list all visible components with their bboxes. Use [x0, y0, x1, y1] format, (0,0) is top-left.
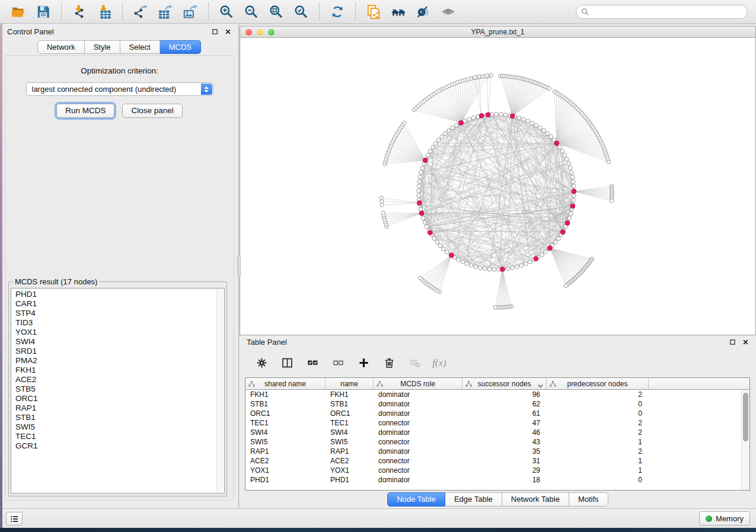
save-session-icon[interactable] — [33, 2, 54, 21]
export-network-icon[interactable] — [130, 2, 151, 21]
toolbar-separator — [61, 3, 62, 21]
result-node[interactable]: STB5 — [15, 384, 224, 394]
column-header-MCDS-role[interactable]: MCDS role — [374, 378, 462, 389]
table-cell: dominator — [374, 390, 462, 399]
tab-network[interactable]: Network — [37, 40, 85, 54]
table-cell: 61 — [462, 409, 547, 418]
column-type-icon — [377, 380, 383, 387]
toggle-preview-icon[interactable] — [438, 2, 459, 21]
network-view-titlebar[interactable]: YPA_prune.txt_1 — [240, 27, 755, 38]
result-node[interactable]: CAR1 — [15, 299, 224, 309]
network-from-file-icon[interactable] — [363, 2, 384, 21]
tab-node-table[interactable]: Node Table — [387, 492, 445, 507]
memory-button[interactable]: Memory — [699, 511, 750, 525]
splitpane-grip[interactable] — [237, 255, 241, 276]
table-cell: 62 — [462, 400, 547, 408]
search-field[interactable] — [576, 5, 748, 19]
select-all-icon[interactable] — [305, 355, 320, 371]
table-row[interactable]: RAP1RAP1dominator352 — [245, 447, 749, 456]
result-node[interactable]: RAP1 — [15, 403, 224, 413]
zoom-out-icon[interactable] — [241, 2, 262, 21]
result-node[interactable]: YOX1 — [15, 328, 224, 337]
search-input[interactable] — [589, 7, 747, 17]
add-row-icon[interactable] — [356, 355, 371, 371]
table-row[interactable]: SWI4SWI4dominator462 — [245, 428, 749, 437]
window-maximize-icon[interactable] — [268, 29, 275, 36]
table-panel: Table Panel f(x) shared namenameMCDS rol… — [240, 335, 756, 508]
table-row[interactable]: PHD1PHD1dominator180 — [245, 475, 749, 485]
network-canvas[interactable] — [240, 38, 755, 335]
network-graph[interactable] — [240, 38, 755, 335]
tab-edge-table[interactable]: Edge Table — [445, 492, 502, 507]
zoom-in-icon[interactable] — [216, 2, 237, 21]
table-cell: ACE2 — [326, 457, 374, 465]
tab-motifs[interactable]: Motifs — [569, 492, 608, 507]
close-panel-icon[interactable] — [225, 28, 231, 35]
import-network-icon[interactable] — [69, 2, 90, 21]
table-panel-title: Table Panel — [247, 338, 287, 347]
memory-status-icon — [706, 515, 712, 522]
result-node[interactable]: ACE2 — [15, 375, 224, 384]
table-cell: dominator — [374, 400, 462, 408]
import-table-icon[interactable] — [94, 2, 115, 21]
result-node[interactable]: GCR1 — [15, 441, 224, 451]
table-row[interactable]: SWI5SWI5connector431 — [245, 437, 749, 447]
column-header-name[interactable]: name — [326, 378, 374, 389]
tab-network-table[interactable]: Network Table — [502, 492, 569, 507]
result-node[interactable]: ORC1 — [15, 394, 224, 403]
mcds-result-list[interactable]: PHD1CAR1STP4TID3YOX1SWI4SRD1PMA2FKH1ACE2… — [11, 288, 225, 493]
list-scrollbar[interactable] — [216, 289, 224, 492]
table-row[interactable]: STB1STB1dominator620 — [245, 399, 749, 409]
result-node[interactable]: SWI4 — [15, 337, 224, 347]
close-panel-button[interactable]: Close panel — [122, 104, 182, 118]
table-scrollbar[interactable] — [741, 390, 749, 490]
table-row[interactable]: ORC1ORC1dominator610 — [245, 409, 749, 418]
close-table-panel-icon[interactable] — [742, 339, 749, 345]
hide-details-icon[interactable] — [413, 2, 434, 21]
window-minimize-icon[interactable] — [257, 29, 263, 36]
result-node[interactable]: FKH1 — [15, 366, 224, 375]
export-image-icon[interactable] — [180, 2, 201, 21]
delete-row-icon[interactable] — [381, 355, 397, 371]
result-node[interactable]: SRD1 — [15, 347, 224, 356]
deselect-all-icon[interactable] — [330, 355, 346, 371]
column-header-predecessor-nodes[interactable]: predecessor nodes — [547, 378, 649, 389]
sort-desc-icon — [538, 384, 543, 388]
table-settings-icon[interactable] — [254, 355, 269, 371]
result-node[interactable]: PHD1 — [15, 290, 224, 299]
table-row[interactable]: ACE2ACE2connector311 — [245, 456, 749, 466]
float-panel-icon[interactable] — [212, 28, 218, 35]
tab-select[interactable]: Select — [120, 40, 160, 54]
open-file-icon[interactable] — [8, 2, 29, 21]
first-neighbors-icon[interactable] — [388, 2, 409, 21]
task-history-button[interactable] — [6, 512, 23, 525]
table-header: shared namenameMCDS rolesuccessor nodesp… — [245, 378, 749, 390]
zoom-fit-icon[interactable] — [266, 2, 287, 21]
tab-mcds[interactable]: MCDS — [160, 40, 201, 54]
result-node[interactable]: TID3 — [15, 318, 224, 328]
table-row[interactable]: TEC1TEC1connector472 — [245, 418, 749, 428]
table-cell: ORC1 — [326, 409, 374, 418]
result-node[interactable]: PMA2 — [15, 356, 224, 366]
tab-style[interactable]: Style — [85, 40, 120, 54]
table-row[interactable]: FKH1FKH1dominator962 — [245, 390, 749, 399]
table-cell: SWI5 — [326, 438, 374, 446]
result-node[interactable]: STB1 — [15, 413, 224, 422]
refresh-view-icon[interactable] — [327, 2, 348, 21]
node-table: shared namenameMCDS rolesuccessor nodesp… — [245, 377, 750, 491]
table-row[interactable]: YOX1YOX1connector291 — [245, 466, 749, 475]
table-cell: 1 — [547, 457, 649, 465]
table-scrollbar-thumb[interactable] — [743, 393, 748, 441]
criterion-select[interactable]: largest connected component (undirected) — [26, 82, 213, 96]
result-node[interactable]: STP4 — [15, 309, 224, 318]
column-header-shared-name[interactable]: shared name — [245, 378, 326, 389]
result-node[interactable]: SWI5 — [15, 422, 224, 432]
result-node[interactable]: TEC1 — [15, 432, 224, 441]
column-visibility-icon[interactable] — [279, 355, 295, 371]
zoom-selected-icon[interactable] — [291, 2, 312, 21]
window-close-icon[interactable] — [245, 29, 252, 36]
export-table-icon[interactable] — [155, 2, 176, 21]
run-mcds-button[interactable]: Run MCDS — [56, 104, 114, 118]
float-table-panel-icon[interactable] — [729, 339, 736, 345]
column-header-successor-nodes[interactable]: successor nodes — [462, 378, 547, 389]
